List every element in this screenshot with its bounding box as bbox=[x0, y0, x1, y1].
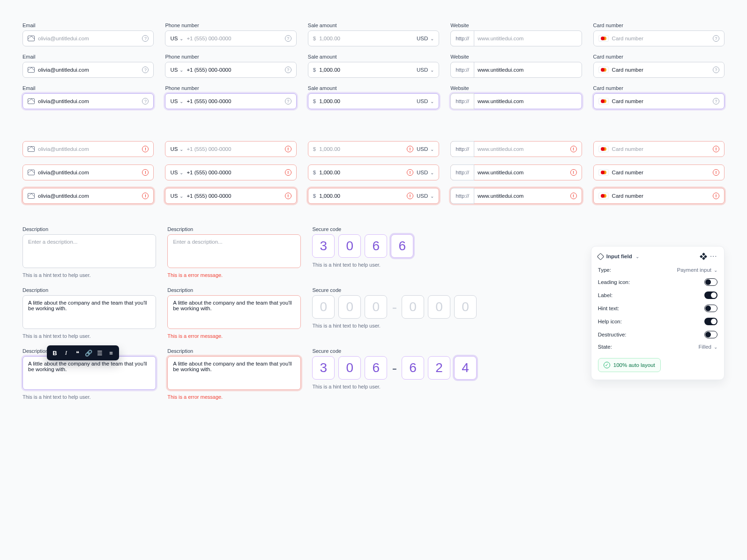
code-cell[interactable]: 2 bbox=[428, 356, 450, 380]
destructive-toggle[interactable] bbox=[704, 331, 717, 338]
code-cell[interactable]: 6 bbox=[391, 234, 413, 258]
more-icon[interactable]: ··· bbox=[710, 254, 717, 259]
phone-input-error[interactable]: US⌄ +1 (555) 000-0000 ! bbox=[165, 141, 296, 157]
card-input-error[interactable]: Card number ! bbox=[593, 164, 725, 180]
sale-input-focused[interactable]: $ 1,000.00 USD⌄ bbox=[308, 93, 439, 109]
chevron-down-icon[interactable]: ⌄ bbox=[635, 254, 639, 259]
website-input[interactable]: http:// www.untitledui.com bbox=[450, 30, 582, 46]
currency-dropdown[interactable]: USD⌄ bbox=[417, 36, 434, 41]
sale-input-error-focus[interactable]: $ 1,000.00 ! USD⌄ bbox=[308, 188, 439, 204]
email-input-focused[interactable]: olivia@untitledui.com ? bbox=[22, 93, 154, 109]
code-cell[interactable]: 0 bbox=[365, 295, 387, 319]
code-cell[interactable]: 0 bbox=[338, 356, 361, 380]
help-icon[interactable]: ? bbox=[285, 98, 291, 105]
secure-code-4[interactable]: 3 0 6 6 bbox=[312, 234, 579, 258]
email-input-error[interactable]: olivia@untitledui.com ! bbox=[22, 141, 154, 157]
website-input-error[interactable]: http:// www.untitledui.com ! bbox=[450, 164, 582, 180]
code-cell[interactable]: 3 bbox=[312, 234, 335, 258]
website-input-error-focus[interactable]: http:// www.untitledui.com ! bbox=[450, 188, 582, 204]
code-cell[interactable]: 6 bbox=[365, 234, 387, 258]
website-input-focused[interactable]: http:// www.untitledui.com bbox=[450, 93, 582, 109]
description-textarea-focused[interactable]: A little about the company and the team … bbox=[22, 356, 156, 390]
code-cell[interactable]: 6 bbox=[402, 356, 424, 380]
currency-dropdown[interactable]: USD⌄ bbox=[417, 67, 434, 73]
website-label: Website bbox=[450, 22, 582, 28]
help-icon[interactable]: ? bbox=[142, 35, 149, 42]
mastercard-icon bbox=[598, 193, 609, 199]
sale-input-error[interactable]: $ 1,000.00 ! USD⌄ bbox=[308, 164, 439, 180]
card-input[interactable]: Card number ? bbox=[593, 62, 725, 78]
inspector-panel: Input field ⌄ ··· Type: Payment input⌄ L… bbox=[591, 246, 725, 380]
help-icon[interactable]: ? bbox=[285, 67, 291, 73]
alert-icon: ! bbox=[285, 193, 291, 199]
alert-icon: ! bbox=[570, 146, 577, 152]
website-input-error[interactable]: http:// www.untitledui.com ! bbox=[450, 141, 582, 157]
code-cell[interactable]: 0 bbox=[338, 234, 361, 258]
italic-button[interactable]: I bbox=[61, 348, 71, 358]
bold-button[interactable]: B bbox=[50, 348, 60, 358]
variants-icon[interactable] bbox=[700, 253, 707, 260]
mail-icon bbox=[28, 146, 35, 152]
card-input-focused[interactable]: Card number ? bbox=[593, 93, 725, 109]
secure-code-6-empty[interactable]: 0 0 0 - 0 0 0 bbox=[312, 295, 579, 319]
help-icon[interactable]: ? bbox=[713, 35, 719, 42]
alert-icon: ! bbox=[713, 146, 719, 152]
type-dropdown[interactable]: Payment input⌄ bbox=[677, 267, 717, 273]
card-input-error[interactable]: Card number ! bbox=[593, 141, 725, 157]
quote-button[interactable]: ❝ bbox=[72, 348, 82, 358]
help-icon[interactable]: ? bbox=[713, 67, 719, 73]
label-toggle[interactable] bbox=[704, 291, 717, 299]
phone-input[interactable]: US⌄ +1 (555) 000-0000 ? bbox=[165, 30, 296, 46]
mail-icon bbox=[28, 170, 35, 175]
help-icon[interactable]: ? bbox=[142, 67, 149, 73]
description-textarea-error[interactable]: Enter a description... bbox=[167, 234, 301, 268]
sale-input[interactable]: $ 1,000.00 USD⌄ bbox=[308, 62, 439, 78]
email-input[interactable]: olivia@untitledui.com ? bbox=[22, 62, 154, 78]
alert-icon: ! bbox=[407, 146, 413, 152]
description-textarea[interactable]: A little about the company and the team … bbox=[22, 295, 156, 329]
code-cell[interactable]: 6 bbox=[365, 356, 387, 380]
email-input[interactable]: olivia@untitledui.com ? bbox=[22, 30, 154, 46]
code-cell[interactable]: 0 bbox=[402, 295, 424, 319]
country-dropdown[interactable]: US⌄ bbox=[170, 67, 183, 73]
phone-input[interactable]: US⌄ +1 (555) 000-0000 ? bbox=[165, 62, 296, 78]
sale-input[interactable]: $ 1,000.00 USD⌄ bbox=[308, 30, 439, 46]
help-icon[interactable]: ? bbox=[142, 98, 149, 105]
phone-input-focused[interactable]: US⌄ +1 (555) 000-0000 ? bbox=[165, 93, 296, 109]
link-button[interactable]: 🔗 bbox=[83, 348, 94, 358]
phone-input-error[interactable]: US⌄ +1 (555) 000-0000 ! bbox=[165, 164, 296, 180]
country-dropdown[interactable]: US⌄ bbox=[170, 36, 183, 41]
email-input-error[interactable]: olivia@untitledui.com ! bbox=[22, 164, 154, 180]
code-cell[interactable]: 0 bbox=[454, 295, 477, 319]
bullet-list-button[interactable]: ☰ bbox=[95, 348, 105, 358]
second-section: Description Enter a description... This … bbox=[22, 226, 725, 400]
code-cell[interactable]: 0 bbox=[312, 295, 335, 319]
secure-code-6[interactable]: 3 0 6 - 6 2 4 bbox=[312, 356, 579, 380]
hint-text: This is a hint text to help user. bbox=[22, 272, 156, 278]
alert-icon: ! bbox=[570, 169, 577, 176]
help-icon[interactable]: ? bbox=[285, 35, 291, 42]
protocol-prefix: http:// bbox=[450, 30, 474, 46]
card-input-error-focus[interactable]: Card number ! bbox=[593, 188, 725, 204]
help-icon[interactable]: ? bbox=[713, 98, 719, 105]
phone-input-error-focus[interactable]: US⌄ +1 (555) 000-0000 ! bbox=[165, 188, 296, 204]
chevron-down-icon: ⌄ bbox=[179, 36, 183, 41]
help-icon-toggle[interactable] bbox=[704, 318, 717, 325]
state-dropdown[interactable]: Filled⌄ bbox=[699, 344, 717, 350]
leading-icon-toggle[interactable] bbox=[704, 278, 717, 286]
website-input[interactable]: http:// www.untitledui.com bbox=[450, 62, 582, 78]
email-input-error-focus[interactable]: olivia@untitledui.com ! bbox=[22, 188, 154, 204]
hint-text-toggle[interactable] bbox=[704, 305, 717, 312]
inputs-grid: Email olivia@untitledui.com ? Phone numb… bbox=[22, 22, 725, 204]
code-cell[interactable]: 0 bbox=[428, 295, 450, 319]
description-textarea-error-focus[interactable]: A little about the company and the team … bbox=[167, 356, 301, 390]
numbered-list-button[interactable]: ≡ bbox=[106, 348, 116, 358]
rich-text-toolbar: B I ❝ 🔗 ☰ ≡ bbox=[47, 345, 119, 360]
card-input[interactable]: Card number ? bbox=[593, 30, 725, 46]
description-textarea[interactable]: Enter a description... bbox=[22, 234, 156, 268]
code-cell[interactable]: 0 bbox=[338, 295, 361, 319]
code-cell[interactable]: 4 bbox=[454, 356, 477, 380]
description-textarea-error[interactable]: A little about the company and the team … bbox=[167, 295, 301, 329]
sale-input-error[interactable]: $ 1,000.00 ! USD⌄ bbox=[308, 141, 439, 157]
code-cell[interactable]: 3 bbox=[312, 356, 335, 380]
